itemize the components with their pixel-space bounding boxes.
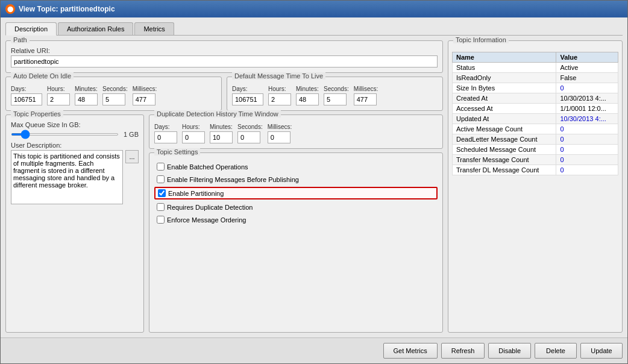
checkbox-batched-ops-label: Enable Batched Operations <box>167 163 248 171</box>
update-button[interactable]: Update <box>580 343 623 359</box>
ttl-hours-input[interactable] <box>268 93 291 105</box>
content-area: Description Authorization Rules Metrics … <box>1 17 627 337</box>
info-table-value-header: Value <box>556 52 618 63</box>
auto-delete-hours: Hours: <box>47 86 70 105</box>
delete-button[interactable]: Delete <box>535 343 577 359</box>
info-row-name: Size In Bytes <box>453 83 556 93</box>
ttl-seconds-input[interactable] <box>324 93 347 105</box>
table-row: Accessed At1/1/0001 12:0... <box>453 104 618 114</box>
checkbox-partitioning-input[interactable] <box>158 189 166 197</box>
dup-seconds-label: Seconds: <box>237 124 263 130</box>
checkbox-duplicate-detection-input[interactable] <box>157 203 165 211</box>
topic-info-table: Name Value StatusActiveIsReadOnlyFalseSi… <box>452 52 618 175</box>
window-title: View Topic: partitionedtopic <box>19 5 115 13</box>
auto-delete-minutes-input[interactable] <box>75 93 98 105</box>
info-row-name: Created At <box>453 93 556 104</box>
table-row: Transfer Message Count0 <box>453 155 618 165</box>
info-row-value: 10/30/2013 4:... <box>556 93 618 104</box>
dup-detect-fields: Days: Hours: Minutes: <box>154 124 438 143</box>
checkbox-partitioning[interactable]: Enable Partitioning <box>154 187 438 199</box>
dup-minutes: Minutes: <box>210 124 233 143</box>
dup-days-label: Days: <box>154 124 177 130</box>
auto-delete-millisecs-input[interactable] <box>133 93 155 105</box>
dup-days-input[interactable] <box>154 131 177 143</box>
ttl-hours: Hours: <box>268 86 291 105</box>
auto-delete-days-label: Days: <box>11 86 42 92</box>
auto-delete-seconds-input[interactable] <box>102 93 125 105</box>
user-description-input[interactable]: This topic is partitioned and consists o… <box>11 150 123 204</box>
checkbox-message-ordering-input[interactable] <box>157 216 165 224</box>
dup-millisecs: Millisecs: <box>268 124 292 143</box>
ttl-days: Days: <box>232 86 263 105</box>
ttl-minutes-label: Minutes: <box>296 86 319 92</box>
info-row-value: 0 <box>556 165 618 175</box>
table-row: Created At10/30/2013 4:... <box>453 93 618 104</box>
auto-delete-days: Days: <box>11 86 42 105</box>
dup-hours-input[interactable] <box>182 131 205 143</box>
topic-properties-title: Topic Properties <box>11 110 63 118</box>
checkbox-duplicate-detection[interactable]: Requires Duplicate Detection <box>154 202 438 212</box>
duplicate-detection-title: Duplicate Detection History Time Window <box>154 110 281 118</box>
checkbox-message-ordering-label: Enforce Message Ordering <box>167 216 246 224</box>
dup-minutes-input[interactable] <box>210 131 233 143</box>
table-row: Scheduled Message Count0 <box>453 145 618 155</box>
auto-delete-hours-input[interactable] <box>47 93 70 105</box>
info-row-name: Updated At <box>453 114 556 124</box>
table-row: DeadLetter Message Count0 <box>453 134 618 145</box>
checkbox-message-ordering[interactable]: Enforce Message Ordering <box>154 215 438 225</box>
auto-delete-days-input[interactable] <box>11 93 42 105</box>
relative-uri-input[interactable] <box>11 55 438 67</box>
ttl-days-label: Days: <box>232 86 263 92</box>
right-panel: Topic Information Name Value StatusActiv… <box>448 40 623 333</box>
path-group: Path Relative URI: <box>5 40 443 73</box>
tab-metrics[interactable]: Metrics <box>134 22 174 35</box>
table-row: Updated At10/30/2013 4:... <box>453 114 618 124</box>
ttl-millisecs-label: Millisecs: <box>354 86 378 92</box>
dup-seconds: Seconds: <box>237 124 263 143</box>
ttl-hours-label: Hours: <box>268 86 291 92</box>
checkbox-batched-ops-input[interactable] <box>157 163 165 171</box>
info-row-name: IsReadOnly <box>453 73 556 83</box>
checkbox-filtering[interactable]: Enable Filtering Messages Before Publish… <box>154 174 438 184</box>
dup-millisecs-input[interactable] <box>268 131 290 143</box>
table-row: Transfer DL Message Count0 <box>453 165 618 175</box>
default-ttl-group: Default Message Time To Live Days: Hours… <box>227 77 443 111</box>
info-row-value: 0 <box>556 134 618 145</box>
auto-delete-minutes: Minutes: <box>75 86 98 105</box>
ttl-days-input[interactable] <box>232 93 263 105</box>
refresh-button[interactable]: Refresh <box>441 343 485 359</box>
app-icon: ⬤ <box>5 4 15 14</box>
disable-button[interactable]: Disable <box>488 343 531 359</box>
info-row-name: Active Message Count <box>453 124 556 134</box>
left-panel: Path Relative URI: Auto Delete On Idle D… <box>5 40 443 333</box>
topic-settings-title: Topic Settings <box>154 148 200 155</box>
main-window: ⬤ View Topic: partitionedtopic Descripti… <box>0 0 628 364</box>
info-row-name: Transfer Message Count <box>453 155 556 165</box>
auto-delete-hours-label: Hours: <box>47 86 70 92</box>
info-row-name: Transfer DL Message Count <box>453 165 556 175</box>
auto-delete-seconds: Seconds: <box>102 86 128 105</box>
ttl-millisecs-input[interactable] <box>354 93 377 105</box>
relative-uri-label: Relative URI: <box>11 47 438 54</box>
ellipsis-button[interactable]: ... <box>125 150 139 163</box>
ttl-minutes-input[interactable] <box>296 93 319 105</box>
dup-minutes-label: Minutes: <box>210 124 233 130</box>
checkbox-batched-ops[interactable]: Enable Batched Operations <box>154 162 438 172</box>
topic-settings-group: Topic Settings Enable Batched Operations… <box>149 152 443 333</box>
relative-uri-field: Relative URI: <box>11 47 438 67</box>
topic-info-box: Topic Information Name Value StatusActiv… <box>448 40 623 333</box>
tab-authorization-rules[interactable]: Authorization Rules <box>58 22 133 35</box>
desc-row: This topic is partitioned and consists o… <box>11 150 139 204</box>
get-metrics-button[interactable]: Get Metrics <box>383 343 438 359</box>
ttl-seconds-label: Seconds: <box>324 86 349 92</box>
slider-max-label: 1 GB <box>124 131 139 138</box>
tab-description[interactable]: Description <box>5 22 57 36</box>
checkbox-filtering-input[interactable] <box>157 175 165 183</box>
title-bar: ⬤ View Topic: partitionedtopic <box>1 1 627 17</box>
auto-delete-seconds-label: Seconds: <box>102 86 128 92</box>
auto-delete-millisecs-label: Millisecs: <box>133 86 157 92</box>
slider-row: 1 GB <box>11 131 139 138</box>
auto-delete-millisecs: Millisecs: <box>133 86 157 105</box>
queue-size-slider[interactable] <box>11 133 119 136</box>
dup-seconds-input[interactable] <box>237 131 260 143</box>
